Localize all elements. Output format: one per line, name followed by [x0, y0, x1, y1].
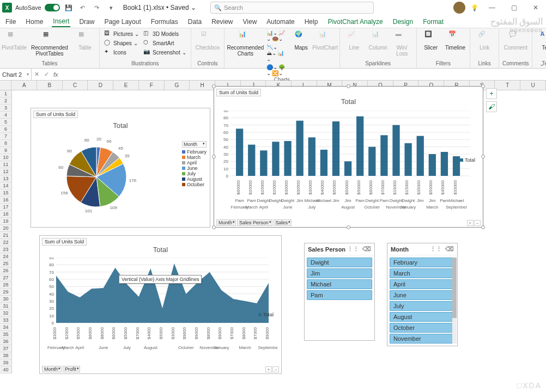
- row-header-14[interactable]: 14: [0, 182, 11, 189]
- row-header-26[interactable]: 26: [0, 267, 11, 274]
- col-header-A[interactable]: A: [11, 81, 37, 90]
- tab-page-layout[interactable]: Page Layout: [103, 17, 142, 27]
- slicer-item[interactable]: June: [390, 290, 455, 300]
- clear-filter-icon[interactable]: ⌫: [445, 246, 454, 253]
- fx-icon[interactable]: fx: [51, 71, 60, 78]
- tab-data[interactable]: Data: [187, 17, 203, 27]
- bar-chart[interactable]: Sum of Units Sold Total 0102030405060708…: [214, 86, 483, 228]
- spreadsheet-grid[interactable]: ABCDEFGHIJKLMNOPQRSTU 123456789101112131…: [0, 81, 546, 392]
- row-header-29[interactable]: 29: [0, 289, 11, 296]
- qat-dropdown-icon[interactable]: ▾: [106, 2, 117, 13]
- slicer-item[interactable]: Jim: [307, 268, 372, 278]
- pie-chart[interactable]: Sum of Units Sold Total 2066453517610910…: [31, 108, 210, 228]
- tab-file[interactable]: File: [4, 17, 17, 27]
- tab-help[interactable]: Help: [304, 17, 319, 27]
- icons-button[interactable]: ✦Icons: [103, 48, 140, 57]
- slicer-item[interactable]: March: [390, 268, 455, 278]
- filter-tag[interactable]: Profit: [63, 366, 80, 372]
- row-header-6[interactable]: 6: [0, 126, 11, 133]
- slicer-item[interactable]: Dwight: [307, 258, 372, 267]
- row-header-24[interactable]: 24: [0, 253, 11, 260]
- smartart-button[interactable]: ⬡SmartArt: [142, 39, 187, 47]
- chart-type-3[interactable]: 🔵⌄ 🌳⌄ 🔀⌄: [265, 64, 288, 77]
- row-header-9[interactable]: 9: [0, 147, 11, 154]
- recommended-charts-button[interactable]: 📊Recommended Charts: [228, 29, 263, 58]
- shapes-button[interactable]: ◯Shapes ⌄: [103, 39, 140, 47]
- save-icon[interactable]: 💾: [63, 2, 74, 13]
- pivottable-button[interactable]: ▦PivotTable: [3, 29, 25, 52]
- slicer-item[interactable]: Michael: [307, 279, 372, 289]
- 3d-models-button[interactable]: ◫3D Models: [142, 29, 187, 38]
- row-header-39[interactable]: 39: [0, 359, 11, 366]
- row-header-7[interactable]: 7: [0, 133, 11, 140]
- slicer-month[interactable]: Month⋮⋮⌫ FebruaryMarchAprilJuneJulyAugus…: [387, 243, 458, 346]
- row-header-35[interactable]: 35: [0, 331, 11, 338]
- row-header-17[interactable]: 17: [0, 204, 11, 211]
- redo-icon[interactable]: ↷: [92, 2, 102, 13]
- col-header-B[interactable]: B: [37, 81, 63, 90]
- chart-type-1[interactable]: 📊⌄ 📈⌄ 🍩⌄: [265, 29, 288, 42]
- tab-format[interactable]: Format: [422, 17, 445, 27]
- row-header-1[interactable]: 1: [0, 90, 11, 97]
- bar-plusminus[interactable]: +−: [467, 220, 481, 226]
- formula-accept-icon[interactable]: ✓: [41, 69, 51, 80]
- close-button[interactable]: ✕: [527, 2, 544, 13]
- ribbon-collapse-icon[interactable]: ⌄: [539, 61, 544, 67]
- pivotchart-button[interactable]: 📊PivotChart: [314, 29, 336, 52]
- tab-formulas[interactable]: Formulas: [150, 17, 179, 27]
- tab-automate[interactable]: Automate: [265, 17, 295, 27]
- area-chart[interactable]: Sum of Units Sold Total 0102030405060708…: [39, 235, 282, 374]
- slicer-sales-person[interactable]: Sales Person⋮⋮⌫ DwightJimMichaelPam: [304, 243, 375, 341]
- sparkline-column-button[interactable]: 📊Column: [367, 29, 389, 52]
- col-header-F[interactable]: F: [139, 81, 165, 90]
- user-avatar[interactable]: [453, 2, 465, 14]
- row-header-19[interactable]: 19: [0, 218, 11, 225]
- row-header-10[interactable]: 10: [0, 154, 11, 161]
- tab-draw[interactable]: Draw: [78, 17, 95, 27]
- row-header-25[interactable]: 25: [0, 260, 11, 267]
- slicer-item[interactable]: Pam: [307, 290, 372, 300]
- col-header-G[interactable]: G: [165, 81, 190, 90]
- formula-cancel-icon[interactable]: ✕: [32, 69, 41, 80]
- tab-design[interactable]: Design: [392, 17, 414, 27]
- row-header-20[interactable]: 20: [0, 225, 11, 232]
- row-header-28[interactable]: 28: [0, 281, 11, 289]
- row-header-21[interactable]: 21: [0, 232, 11, 239]
- slicer-item[interactable]: November: [390, 334, 455, 344]
- area-plusminus[interactable]: +−: [265, 366, 279, 372]
- row-header-16[interactable]: 16: [0, 197, 11, 204]
- tab-insert[interactable]: Insert: [52, 16, 70, 27]
- row-header-15[interactable]: 15: [0, 189, 11, 197]
- row-header-32[interactable]: 32: [0, 310, 11, 317]
- table-button[interactable]: ▦Table: [74, 29, 96, 52]
- tab-pivotchart-analyze[interactable]: PivotChart Analyze: [326, 17, 384, 27]
- maximize-button[interactable]: ▢: [506, 2, 522, 13]
- slicer-item[interactable]: October: [390, 323, 455, 333]
- filter-tag[interactable]: Sales Person: [237, 219, 272, 226]
- row-header-37[interactable]: 37: [0, 345, 11, 352]
- filter-tag[interactable]: Month: [216, 219, 236, 226]
- autosave-toggle[interactable]: [45, 4, 60, 11]
- row-header-11[interactable]: 11: [0, 161, 11, 168]
- search-input[interactable]: 🔍 Search: [210, 2, 374, 14]
- document-title[interactable]: Book1 (1).xlsx • Saved ⌄: [123, 4, 196, 11]
- timeline-button[interactable]: 📅Timeline: [444, 29, 466, 52]
- name-box[interactable]: Chart 2: [0, 69, 32, 80]
- row-header-12[interactable]: 12: [0, 168, 11, 175]
- col-header-C[interactable]: C: [63, 81, 88, 90]
- row-header-8[interactable]: 8: [0, 140, 11, 147]
- row-header-23[interactable]: 23: [0, 246, 11, 253]
- filter-tag[interactable]: Sales: [274, 219, 292, 226]
- row-header-40[interactable]: 40: [0, 366, 11, 373]
- slicer-item[interactable]: April: [390, 279, 455, 289]
- row-header-33[interactable]: 33: [0, 317, 11, 324]
- lightbulb-icon[interactable]: 💡: [471, 4, 478, 11]
- chart-type-2[interactable]: 📉⌄ ⛰⌄ 📊⌄: [265, 44, 288, 63]
- minimize-button[interactable]: —: [484, 2, 500, 13]
- undo-icon[interactable]: ↶: [77, 2, 88, 13]
- row-header-3[interactable]: 3: [0, 105, 11, 112]
- slicer-item[interactable]: August: [390, 312, 455, 322]
- sparkline-winloss-button[interactable]: ▬Win/ Loss: [391, 29, 413, 58]
- row-header-18[interactable]: 18: [0, 211, 11, 218]
- col-header-U[interactable]: U: [520, 81, 546, 90]
